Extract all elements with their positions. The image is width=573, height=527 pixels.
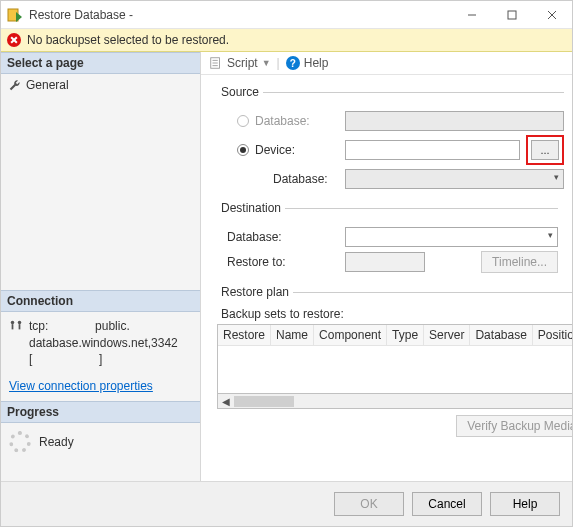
- sets-label: Backup sets to restore:: [217, 307, 572, 321]
- restoreplan-legend: Restore plan: [217, 285, 293, 299]
- script-dropdown-icon[interactable]: ▼: [262, 58, 271, 68]
- col-database[interactable]: Database: [470, 325, 532, 346]
- col-restore[interactable]: Restore: [218, 325, 271, 346]
- scroll-thumb[interactable]: [234, 396, 294, 407]
- backup-sets-table[interactable]: Restore Name Component Type Server Datab…: [217, 324, 572, 394]
- page-item-general[interactable]: General: [1, 74, 200, 96]
- conn-suffix: public.: [95, 319, 130, 333]
- title-bar: Restore Database -: [1, 1, 572, 29]
- source-db2-combo[interactable]: ▾: [345, 169, 564, 189]
- progress-header: Progress: [1, 401, 200, 423]
- connection-body: tcp: public. database.windows.net,3342 […: [1, 312, 200, 401]
- source-db2-label: Database:: [273, 172, 328, 186]
- view-connection-properties-link[interactable]: View connection properties: [9, 378, 153, 395]
- conn-prefix: tcp:: [29, 319, 48, 333]
- source-group: Source Database: Device:: [217, 85, 564, 195]
- col-component[interactable]: Component: [314, 325, 387, 346]
- dialog-footer: OK Cancel Help: [1, 481, 572, 526]
- progress-spinner-icon: [9, 431, 31, 453]
- wrench-icon: [9, 79, 21, 91]
- window-title: Restore Database -: [29, 8, 452, 22]
- close-button[interactable]: [532, 1, 572, 29]
- svg-rect-7: [12, 324, 14, 329]
- dest-database-label: Database:: [227, 230, 282, 244]
- main-area: Select a page General Connection tcp:: [1, 52, 572, 481]
- error-icon: [7, 33, 21, 47]
- col-server[interactable]: Server: [424, 325, 470, 346]
- help-button[interactable]: Help: [490, 492, 560, 516]
- browse-highlight: ...: [526, 135, 564, 165]
- connection-header: Connection: [1, 290, 200, 312]
- source-database-label: Database:: [255, 114, 310, 128]
- error-message: No backupset selected to be restored.: [27, 33, 229, 47]
- radio-source-database: [237, 115, 249, 127]
- dest-database-combo[interactable]: ▾: [345, 227, 558, 247]
- svg-point-5: [11, 320, 15, 324]
- progress-body: Ready: [1, 423, 200, 461]
- svg-point-6: [18, 320, 22, 324]
- server-icon: [9, 318, 23, 332]
- svg-rect-2: [508, 11, 516, 19]
- dest-restoreto-label: Restore to:: [227, 255, 286, 269]
- browse-device-button[interactable]: ...: [531, 140, 559, 160]
- app-icon: [7, 7, 23, 23]
- help-icon[interactable]: ?: [286, 56, 300, 70]
- progress-status: Ready: [39, 435, 74, 449]
- table-horizontal-scrollbar[interactable]: ◀ ▶: [217, 394, 572, 409]
- minimize-button[interactable]: [452, 1, 492, 29]
- col-type[interactable]: Type: [387, 325, 424, 346]
- dest-restoreto-input: [345, 252, 425, 272]
- left-panel: Select a page General Connection tcp:: [1, 52, 201, 481]
- col-position[interactable]: Position: [532, 325, 572, 346]
- col-name[interactable]: Name: [271, 325, 314, 346]
- script-icon: [209, 56, 223, 70]
- script-button[interactable]: Script: [227, 56, 258, 70]
- source-device-input[interactable]: [345, 140, 520, 160]
- conn-user: [ ]: [29, 351, 178, 368]
- page-item-label: General: [26, 78, 69, 92]
- pages-header: Select a page: [1, 52, 200, 74]
- destination-group: Destination Database: ▾ Restore to: Time…: [217, 201, 558, 279]
- content-area: Source Database: Device:: [201, 75, 572, 481]
- toolbar: Script ▼ | ? Help: [201, 52, 572, 75]
- source-database-combo: [345, 111, 564, 131]
- restoreplan-group: Restore plan Backup sets to restore: Res…: [217, 285, 572, 439]
- maximize-button[interactable]: [492, 1, 532, 29]
- help-button[interactable]: Help: [304, 56, 329, 70]
- cancel-button[interactable]: Cancel: [412, 492, 482, 516]
- scroll-left-icon[interactable]: ◀: [218, 396, 233, 407]
- verify-backup-media-button: Verify Backup Media: [456, 415, 572, 437]
- radio-source-device[interactable]: [237, 144, 249, 156]
- conn-host: database.windows.net,3342: [29, 335, 178, 352]
- source-legend: Source: [217, 85, 263, 99]
- error-bar: No backupset selected to be restored.: [1, 29, 572, 52]
- source-device-label: Device:: [255, 143, 295, 157]
- timeline-button: Timeline...: [481, 251, 558, 273]
- ok-button[interactable]: OK: [334, 492, 404, 516]
- right-panel: Script ▼ | ? Help Source Database:: [201, 52, 572, 481]
- destination-legend: Destination: [217, 201, 285, 215]
- svg-rect-8: [19, 324, 21, 329]
